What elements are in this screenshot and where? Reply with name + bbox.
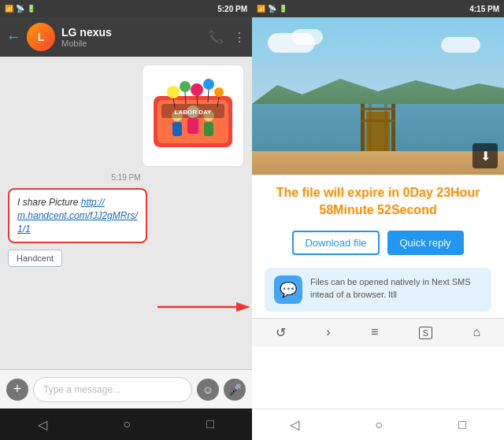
contact-sub: Mobile bbox=[61, 39, 202, 48]
time-left: 5:20 PM bbox=[217, 5, 247, 13]
phone-icon[interactable]: 📞 bbox=[208, 30, 224, 45]
svg-point-2 bbox=[167, 86, 180, 98]
refresh-button[interactable]: ↺ bbox=[269, 322, 292, 343]
svg-marker-21 bbox=[236, 302, 250, 312]
download-file-button[interactable]: Download file bbox=[292, 231, 379, 255]
svg-rect-15 bbox=[187, 118, 198, 134]
avatar: L bbox=[27, 23, 55, 51]
recent-nav-left[interactable]: □ bbox=[191, 414, 230, 434]
chat-body: LABOR DAY 5:19 PM I share Picture http:/… bbox=[0, 57, 252, 369]
home-nav-right[interactable]: ○ bbox=[365, 415, 392, 435]
contact-name: LG nexus bbox=[61, 26, 202, 39]
sticker-svg: LABOR DAY bbox=[150, 72, 236, 159]
status-icons-left: 📶 📡 🔋 bbox=[5, 5, 35, 13]
cloud-3 bbox=[441, 37, 480, 53]
home-toolbar-button[interactable]: ⌂ bbox=[467, 322, 487, 342]
browser-toolbar: ↺ › ≡ S ⌂ bbox=[252, 318, 504, 346]
status-bar-right: 📶 📡 🔋 4:15 PM bbox=[252, 0, 504, 17]
back-button[interactable]: ← bbox=[6, 29, 20, 46]
status-icons-right: 📶 📡 🔋 bbox=[257, 5, 287, 13]
sticker-timestamp: 5:19 PM bbox=[8, 173, 244, 182]
action-buttons: Download file Quick reply bbox=[252, 224, 504, 261]
add-button[interactable]: + bbox=[6, 379, 28, 401]
right-panel: 📶 📡 🔋 4:15 PM bbox=[252, 0, 504, 440]
quick-reply-button[interactable]: Quick reply bbox=[387, 231, 464, 255]
mic-button[interactable]: 🎤 bbox=[224, 379, 246, 401]
expire-text-line1: The file will expire in 0Day 23Hour bbox=[265, 184, 491, 202]
home-nav-left[interactable]: ○ bbox=[107, 414, 146, 434]
more-icon[interactable]: ⋮ bbox=[233, 30, 246, 45]
info-card-icon: 💬 bbox=[274, 275, 302, 304]
expire-section: The file will expire in 0Day 23Hour 58Mi… bbox=[252, 175, 504, 224]
svg-rect-13 bbox=[172, 122, 182, 136]
message-input[interactable]: Type a message... bbox=[33, 377, 192, 402]
message-bubble: I share Picture http://m.handcent.com/fJ… bbox=[8, 188, 147, 243]
cloud-2 bbox=[291, 29, 323, 45]
chat-input-bar: + Type a message... ☺ 🎤 bbox=[0, 369, 252, 409]
info-card-text: Files can be opened natively in Next SMS… bbox=[310, 275, 482, 301]
expire-text-line2: 58Minute 52Second bbox=[265, 202, 491, 219]
handcent-label: Handcent bbox=[8, 250, 62, 267]
contact-info: LG nexus Mobile bbox=[61, 26, 202, 48]
svg-point-6 bbox=[214, 87, 224, 97]
chat-header: ← L LG nexus Mobile 📞 ⋮ bbox=[0, 17, 252, 57]
menu-button[interactable]: ≡ bbox=[365, 322, 384, 342]
back-nav-right[interactable]: ◁ bbox=[280, 414, 309, 435]
message-text: I share Picture http://m.handcent.com/fJ… bbox=[17, 197, 138, 235]
time-right: 4:15 PM bbox=[469, 5, 499, 13]
info-card: 💬 Files can be opened natively in Next S… bbox=[265, 268, 491, 312]
svg-point-3 bbox=[180, 81, 191, 92]
forward-button[interactable]: › bbox=[320, 322, 336, 342]
header-icons: 📞 ⋮ bbox=[208, 30, 246, 45]
photo-container: ⬇ bbox=[252, 17, 504, 175]
left-panel: 📶 📡 🔋 5:20 PM ← L LG nexus Mobile 📞 ⋮ bbox=[0, 0, 252, 440]
photo-download-button[interactable]: ⬇ bbox=[472, 143, 498, 168]
red-arrow bbox=[158, 298, 252, 316]
photo-ground bbox=[252, 151, 504, 175]
back-nav-left[interactable]: ◁ bbox=[22, 414, 63, 435]
svg-rect-17 bbox=[204, 122, 213, 136]
svg-point-5 bbox=[203, 79, 214, 90]
nav-bar-left: ◁ ○ □ bbox=[0, 409, 252, 440]
svg-rect-25 bbox=[361, 108, 395, 110]
sticker-bubble: LABOR DAY bbox=[142, 65, 244, 167]
emoji-button[interactable]: ☺ bbox=[197, 379, 219, 401]
tab-button[interactable]: S bbox=[413, 322, 439, 342]
svg-text:LABOR DAY: LABOR DAY bbox=[175, 109, 212, 116]
svg-rect-26 bbox=[361, 120, 395, 122]
svg-point-4 bbox=[191, 83, 203, 96]
nav-bar-right: ◁ ○ □ bbox=[252, 409, 504, 440]
status-bar-left: 📶 📡 🔋 5:20 PM bbox=[0, 0, 252, 17]
recent-nav-right[interactable]: □ bbox=[449, 415, 476, 435]
download-overlay-icon: ⬇ bbox=[480, 149, 491, 164]
